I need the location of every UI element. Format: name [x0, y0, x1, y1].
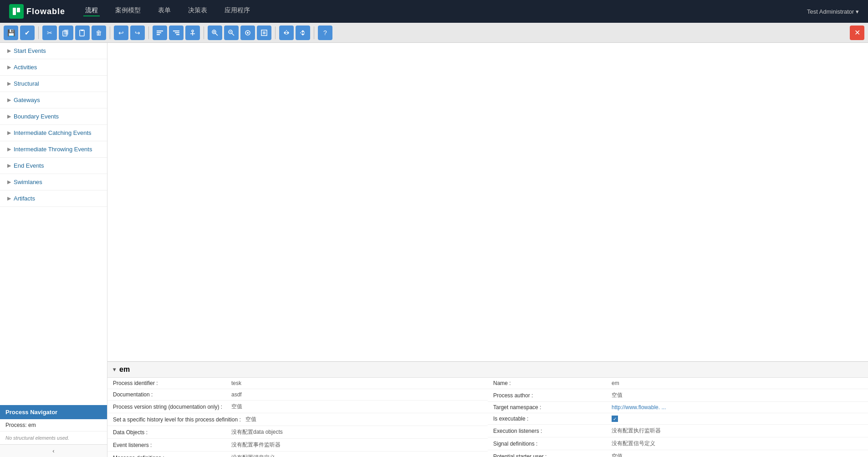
sidebar-item-label: End Events: [14, 162, 44, 169]
prop-row-process-id: Process identifier : tesk: [107, 378, 488, 389]
chevron-right-icon: ▶: [7, 113, 11, 119]
zoom-in-button[interactable]: [208, 26, 222, 40]
svg-point-23: [247, 32, 249, 34]
prop-label: Target namespace :: [493, 404, 607, 411]
prop-row-event-listeners: Event listeners : 没有配置事件监听器: [107, 439, 488, 452]
logo-text: Flowable: [26, 7, 65, 16]
properties-grid: Process identifier : tesk Documentation …: [107, 378, 868, 457]
zoom-actual-button[interactable]: [240, 26, 255, 40]
prop-label: Potential starter user :: [493, 453, 607, 457]
svg-line-16: [215, 33, 218, 36]
mirror-v-button[interactable]: [296, 26, 310, 40]
help-button[interactable]: ?: [318, 26, 332, 40]
prop-value[interactable]: http://www.flowable. ...: [612, 404, 666, 411]
validate-button[interactable]: ✔: [20, 26, 35, 40]
delete-button[interactable]: 🗑: [92, 26, 106, 40]
chevron-right-icon: ▶: [7, 179, 11, 185]
sidebar-item-label: Artifacts: [14, 195, 35, 202]
toolbar-separator-6: [314, 26, 314, 39]
prop-label: Process identifier :: [113, 380, 227, 386]
nav-items: 流程 案例模型 表单 决策表 应用程序: [83, 6, 807, 16]
sidebar-item-artifacts[interactable]: ▶ Artifacts: [0, 190, 107, 207]
save-button[interactable]: 💾: [4, 26, 18, 40]
is-executable-checkbox[interactable]: ✓: [612, 416, 618, 422]
prop-row-is-executable: Is executable : ✓: [488, 413, 868, 425]
svg-marker-27: [284, 31, 286, 35]
nav-item-app[interactable]: 应用程序: [223, 6, 252, 16]
properties-right-column: Name : em Process author : 空值 Target nam…: [488, 378, 868, 457]
prop-row-data-objects: Data Objects : 没有配置data objects: [107, 426, 488, 439]
prop-label: Process version string (documentation on…: [113, 404, 227, 410]
process-navigator-header: Process Navigator: [0, 405, 107, 419]
sidebar-collapse-button[interactable]: ‹: [0, 444, 107, 457]
redo-button[interactable]: ↪: [130, 26, 145, 40]
sidebar-item-label: Intermediate Catching Events: [14, 129, 92, 136]
user-menu[interactable]: Test Administrator ▾: [807, 8, 859, 15]
svg-marker-31: [301, 34, 305, 36]
prop-row-message-definitions: Message definitions : 没有配置消息定义: [107, 452, 488, 457]
prop-label: Event listeners :: [113, 442, 227, 448]
nav-item-case[interactable]: 案例模型: [113, 6, 143, 16]
sidebar-item-end-events[interactable]: ▶ End Events: [0, 158, 107, 174]
align-button-1[interactable]: [153, 26, 167, 40]
sidebar-item-start-events[interactable]: ▶ Start Events: [0, 43, 107, 59]
sidebar-item-label: Gateways: [14, 97, 40, 103]
mirror-h-button[interactable]: [279, 26, 294, 40]
undo-button[interactable]: ↩: [114, 26, 128, 40]
sidebar-item-swimlanes[interactable]: ▶ Swimlanes: [0, 174, 107, 190]
collapse-icon: ▾: [113, 366, 116, 373]
copy-button[interactable]: [59, 26, 73, 40]
svg-marker-30: [301, 30, 305, 32]
properties-panel: ▾ em Process identifier : tesk Documenta…: [107, 361, 868, 457]
main-layout: ▶ Start Events ▶ Activities ▶ Structural…: [0, 43, 868, 457]
prop-row-signal-definitions: Signal definitions : 没有配置信号定义: [488, 437, 868, 450]
nav-item-decision[interactable]: 决策表: [186, 6, 209, 16]
prop-row-potential-starter: Potential starter user : 空值: [488, 450, 868, 457]
svg-rect-25: [263, 31, 266, 34]
svg-rect-10: [175, 32, 179, 33]
prop-label: Is executable :: [493, 416, 607, 422]
toolbar-separator-1: [38, 26, 39, 39]
sidebar-item-gateways[interactable]: ▶ Gateways: [0, 92, 107, 108]
fit-page-button[interactable]: [257, 26, 271, 40]
chevron-right-icon: ▶: [7, 97, 11, 103]
chevron-right-icon: ▶: [7, 81, 11, 87]
properties-left-column: Process identifier : tesk Documentation …: [107, 378, 488, 457]
nav-item-form[interactable]: 表单: [156, 6, 173, 16]
prop-label: Process author :: [493, 392, 607, 399]
sidebar-item-intermediate-catching[interactable]: ▶ Intermediate Catching Events: [0, 125, 107, 141]
sidebar-item-structural[interactable]: ▶ Structural: [0, 76, 107, 92]
svg-rect-0: [13, 8, 16, 15]
prop-label: Message definitions :: [113, 455, 227, 457]
anchor-button[interactable]: [185, 26, 200, 40]
chevron-right-icon: ▶: [7, 146, 11, 152]
properties-panel-header[interactable]: ▾ em: [107, 362, 868, 378]
process-canvas[interactable]: [107, 43, 868, 361]
prop-value: tesk: [231, 380, 241, 386]
process-navigator-item[interactable]: Process: em: [0, 419, 107, 431]
sidebar-item-boundary-events[interactable]: ▶ Boundary Events: [0, 108, 107, 125]
toolbar-separator-4: [204, 26, 204, 39]
chevron-right-icon: ▶: [7, 130, 11, 136]
logo[interactable]: Flowable: [9, 4, 65, 19]
sidebar-item-label: Start Events: [14, 47, 46, 54]
close-editor-button[interactable]: ✕: [850, 26, 864, 40]
prop-label: Execution listeners :: [493, 428, 607, 434]
prop-row-name: Name : em: [488, 378, 868, 389]
sidebar-item-intermediate-throwing[interactable]: ▶ Intermediate Throwing Events: [0, 141, 107, 158]
prop-value: 没有配置消息定义: [231, 454, 275, 457]
cut-button[interactable]: ✂: [42, 26, 57, 40]
align-button-2[interactable]: [169, 26, 184, 40]
chevron-right-icon: ▶: [7, 64, 11, 70]
zoom-out-button[interactable]: [224, 26, 239, 40]
toolbar-separator-5: [275, 26, 276, 39]
chevron-right-icon: ▶: [7, 163, 11, 169]
prop-label: Signal definitions :: [493, 441, 607, 447]
paste-button[interactable]: [75, 26, 90, 40]
svg-rect-8: [157, 34, 160, 35]
prop-label: Documentation :: [113, 391, 227, 398]
prop-row-process-author: Process author : 空值: [488, 389, 868, 402]
svg-line-20: [232, 33, 234, 36]
sidebar-item-activities[interactable]: ▶ Activities: [0, 59, 107, 76]
nav-item-flow[interactable]: 流程: [83, 6, 100, 16]
